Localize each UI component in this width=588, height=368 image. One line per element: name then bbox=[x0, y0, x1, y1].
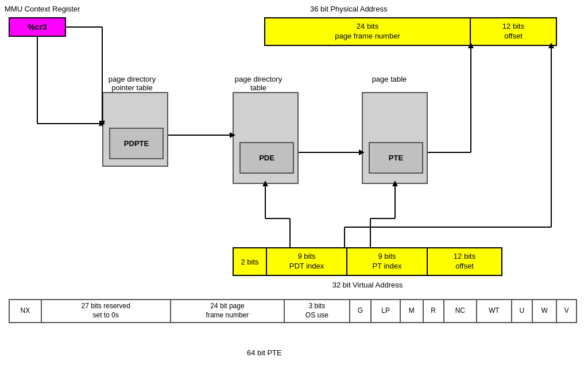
phys-pfn-box: 24 bitspage frame number bbox=[264, 17, 471, 46]
va-offset-box: 12 bitsoffset bbox=[428, 247, 502, 276]
pdpt-label: page directorypointer table bbox=[98, 75, 167, 92]
pte-cell-pfn: 24 bit pageframe number bbox=[171, 300, 285, 323]
pte-cell-r: R bbox=[423, 300, 444, 323]
pte-table-row: NX 27 bits reservedset to 0s 24 bit page… bbox=[9, 300, 577, 323]
pte-cell-os: 3 bitsOS use bbox=[284, 300, 349, 323]
phys-offset-box: 12 bitsoffset bbox=[471, 17, 557, 46]
pte-cell-v: V bbox=[556, 300, 577, 323]
pdpte-label: PDPTE bbox=[109, 128, 164, 159]
pte-cell-reserved: 27 bits reservedset to 0s bbox=[41, 300, 171, 323]
pde-label: PDE bbox=[239, 142, 294, 174]
pdt-label: page directorytable bbox=[227, 75, 290, 92]
va-pdt-box: 9 bitsPDT index bbox=[267, 247, 347, 276]
mmu-context-label: MMU Context Register bbox=[5, 5, 80, 13]
pde-outer-box: PDE bbox=[233, 92, 299, 184]
va-pt-box: 9 bitsPT index bbox=[347, 247, 428, 276]
pte-table: NX 27 bits reservedset to 0s 24 bit page… bbox=[9, 299, 577, 323]
pt-label: page table bbox=[361, 75, 418, 83]
pte-cell-m: M bbox=[400, 300, 423, 323]
pdpte-outer-box: PDPTE bbox=[102, 92, 168, 167]
pte-label-box: PTE bbox=[369, 142, 423, 174]
pte-cell-u: U bbox=[512, 300, 532, 323]
pte-cell-lp: LP bbox=[371, 300, 400, 323]
virt-addr-label: 32 bit Virtual Address bbox=[287, 281, 448, 289]
phys-addr-title: 36 bit Physical Address bbox=[310, 5, 387, 13]
pte-cell-nx: NX bbox=[9, 300, 41, 323]
diagram-container: MMU Context Register %cr3 36 bit Physica… bbox=[0, 0, 588, 368]
pte-table-label: 64 bit PTE bbox=[247, 348, 282, 357]
pte-cell-w: W bbox=[532, 300, 557, 323]
phys-addr-row: 24 bitspage frame number 12 bitsoffset bbox=[264, 17, 574, 46]
virt-addr-row: 2 bits 9 bitsPDT index 9 bitsPT index 12… bbox=[233, 247, 502, 276]
pte-cell-wt: WT bbox=[477, 300, 512, 323]
pte-outer-box: PTE bbox=[362, 92, 428, 184]
pte-cell-nc: NC bbox=[444, 300, 477, 323]
cr3-box: %cr3 bbox=[9, 17, 66, 37]
pte-cell-g: G bbox=[350, 300, 372, 323]
va-2bits-box: 2 bits bbox=[233, 247, 267, 276]
